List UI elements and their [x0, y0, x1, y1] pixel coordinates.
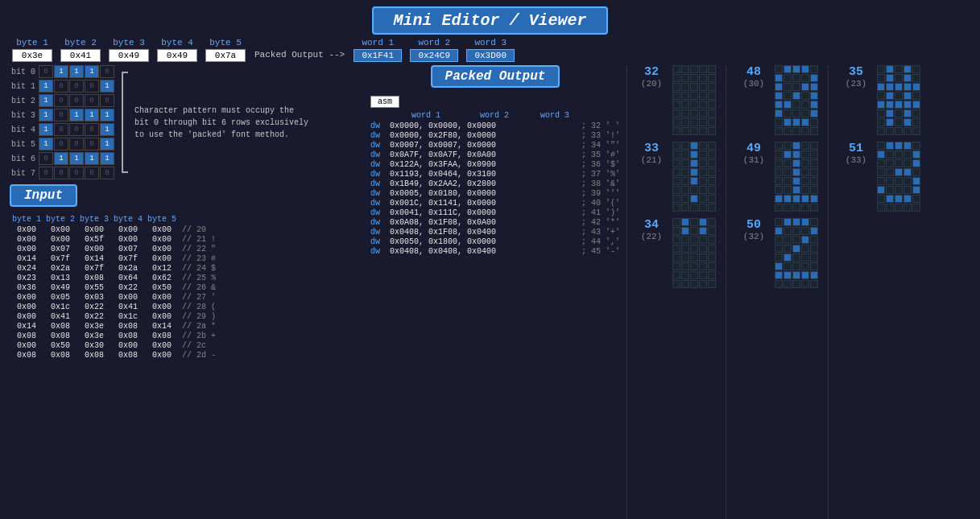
input-cell-0-2: 0x00 [77, 225, 111, 234]
input-cell-11-1: 0x08 [43, 332, 77, 340]
input-cell-2-4: 0x00 [145, 245, 179, 253]
char-cell-1-0-18 [801, 92, 809, 100]
input-cell-8-3: 0x41 [111, 303, 145, 311]
char-cell-0-1-9 [708, 150, 716, 159]
char-cell-2-1-17 [895, 168, 903, 176]
char-cell-0-2-20 [672, 253, 680, 262]
char-cell-2-0-5 [877, 74, 885, 82]
char-cell-2-1-7 [895, 150, 903, 159]
char-cell-0-2-25 [672, 262, 680, 270]
char-cell-1-1-15 [775, 168, 783, 176]
input-cell-13-2: 0x08 [77, 351, 111, 360]
char-cell-1-0-28 [801, 109, 809, 117]
input-cell-13-4: 0x00 [145, 351, 179, 360]
char-cell-2-0-9 [912, 74, 920, 82]
char-cell-1-2-7 [792, 227, 800, 235]
input-comment-6: // 26 & [179, 283, 364, 292]
app-container: Mini Editor / Viewer byte 1 0x3ebyte 2 0… [0, 0, 980, 519]
input-cell-13-3: 0x08 [111, 351, 145, 360]
bit-cell-1-0: 1 [39, 80, 53, 93]
asm-tab[interactable]: asm [370, 96, 399, 108]
char-cell-1-0-7 [792, 74, 800, 82]
char-cell-0-2-36 [681, 280, 689, 288]
char-cell-1-1-33 [801, 195, 809, 203]
char-cell-2-0-17 [895, 92, 903, 100]
char-cell-1-1-6 [784, 150, 792, 159]
char-cell-0-1-8 [699, 150, 707, 159]
char-cell-1-1-27 [792, 186, 800, 194]
char-cell-2-0-13 [904, 83, 912, 91]
input-cell-7-0: 0x00 [10, 293, 43, 302]
char-cell-1-1-37 [792, 204, 800, 212]
packed-comment-5: ; 37 '%' [578, 170, 620, 179]
char-cell-0-0-39 [708, 127, 716, 135]
input-cell-9-2: 0x22 [77, 312, 111, 321]
asm-tab-area: asm [370, 96, 620, 109]
char-cell-2-1-3 [904, 142, 912, 150]
input-comment-7: // 27 ' [179, 293, 364, 302]
char-cell-1-0-22 [792, 101, 800, 109]
packed-comment-11: ; 43 '+' [578, 228, 620, 237]
bracket [118, 65, 131, 179]
char-cell-0-1-14 [708, 159, 716, 167]
input-cell-8-0: 0x00 [10, 303, 43, 311]
packed-word3-header: word 3 [527, 111, 583, 120]
char-cell-1-1-18 [801, 168, 809, 176]
char-cell-1-1-12 [792, 159, 800, 167]
char-cell-2-0-20 [877, 101, 885, 109]
table-row: 0x000x050x030x000x00// 27 ' [10, 293, 364, 302]
char-cell-1-2-33 [801, 271, 809, 279]
char-cell-0-1-16 [681, 168, 689, 176]
char-cell-0-0-26 [681, 109, 689, 117]
char-cell-0-1-5 [672, 150, 680, 159]
packed-vals-7: 0x0005, 0x0180, 0x0000 [390, 189, 578, 198]
bit-grid: bit 001110bit 110001bit 210000bit 310111… [10, 65, 115, 179]
char-cell-2-1-34 [912, 195, 920, 203]
byte-val-3: 0x49 [109, 49, 149, 62]
input-label: Input [10, 184, 77, 207]
byte-val-4: 0x49 [157, 49, 197, 62]
packed-vals-13: 0x0408, 0x0408, 0x0400 [390, 247, 578, 256]
char-cell-1-0-10 [775, 83, 783, 91]
word-label-1: word 1 [362, 38, 394, 47]
char-cell-2-0-32 [895, 118, 903, 126]
annotation-area: Character pattern must occupy the bit 0 … [134, 65, 312, 179]
packed-row: dw 0x0005, 0x0180, 0x0000 ; 39 ''' [370, 189, 620, 198]
char-cell-2-0-37 [895, 127, 903, 135]
bit-cell-5-3: 0 [85, 138, 99, 150]
packed-arrow-label: Packed Output --> [248, 50, 351, 62]
char-cell-1-1-4 [810, 142, 818, 150]
char-cell-0-0-24 [708, 101, 716, 109]
char-cell-2-1-21 [886, 177, 894, 185]
input-cell-13-1: 0x08 [43, 351, 77, 360]
input-cell-4-2: 0x7f [77, 264, 111, 273]
byte-col-5: byte 5 0x7a [203, 38, 248, 62]
char-num-0-1: 33 [644, 142, 659, 155]
char-cell-0-1-36 [681, 204, 689, 212]
input-cell-10-2: 0x3e [77, 322, 111, 331]
char-cell-1-0-20 [775, 101, 783, 109]
input-cell-9-1: 0x41 [43, 312, 77, 321]
char-cell-1-2-25 [775, 262, 783, 270]
app-title: Mini Editor / Viewer [372, 6, 607, 35]
char-cell-2-1-37 [895, 204, 903, 212]
bit-cell-5-2: 0 [69, 138, 84, 150]
char-cell-1-1-25 [775, 186, 783, 194]
char-cell-0-0-10 [672, 83, 680, 91]
char-cell-2-0-24 [912, 101, 920, 109]
packed-title-area: Packed Output [370, 65, 620, 93]
table-row: 0x230x130x080x640x62// 25 % [10, 274, 364, 282]
char-cell-1-1-39 [810, 204, 818, 212]
input-cell-0-1: 0x00 [43, 225, 77, 234]
packed-vals-11: 0x0408, 0x1F08, 0x0400 [390, 228, 578, 237]
packed-col-headers: word 1 word 2 word 3 [370, 111, 620, 120]
char-cell-1-2-0 [775, 218, 783, 226]
char-cell-2-0-29 [912, 109, 920, 117]
char-cell-2-0-10 [877, 83, 885, 91]
input-cell-6-1: 0x49 [43, 283, 77, 292]
packed-kw-11: dw [370, 228, 390, 237]
char-cell-1-2-6 [784, 227, 792, 235]
input-table-body: 0x000x000x000x000x00// 200x000x000x5f0x0… [10, 225, 364, 360]
bit-cell-6-0: 0 [39, 152, 53, 165]
char-cell-0-1-4 [708, 142, 716, 150]
